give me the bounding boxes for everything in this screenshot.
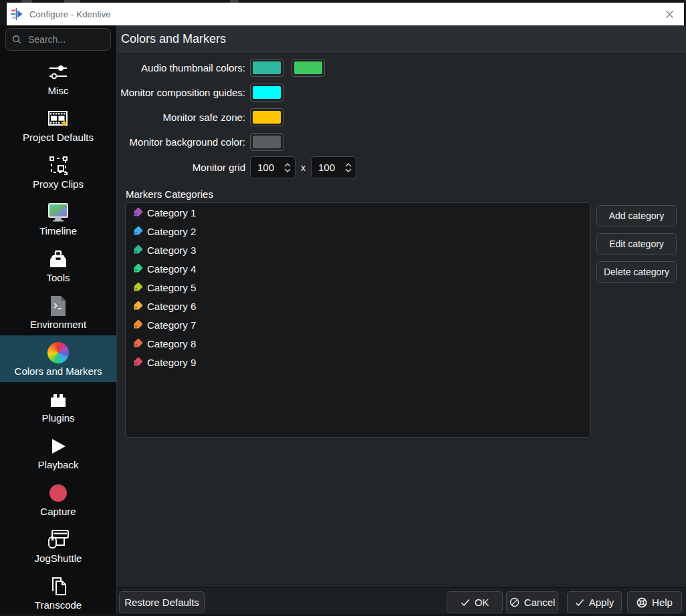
play-icon (48, 434, 68, 458)
grid-width-value[interactable]: 100 (251, 162, 280, 173)
edit-category-button[interactable]: Edit category (596, 233, 677, 255)
monitor-safe-zone-label: Monitor safe zone: (117, 112, 250, 123)
sidebar-item-label: Timeline (39, 225, 77, 237)
background-color-button[interactable] (250, 133, 283, 151)
sidebar-item-label: Tools (46, 272, 70, 283)
color-swatch (253, 61, 281, 74)
check-icon (461, 599, 470, 607)
cancel-button[interactable]: Cancel (506, 591, 558, 613)
sidebar-item-proxy-clips[interactable]: Proxy Clips (0, 148, 116, 195)
grid-height-value[interactable]: 100 (312, 162, 341, 173)
color-swatch (253, 136, 281, 148)
category-label: Category 3 (147, 245, 196, 256)
categories-list[interactable]: Category 1 Category 2 (125, 202, 591, 438)
check-icon (575, 599, 584, 607)
category-label: Category 8 (147, 338, 196, 349)
monitor-safe-zone-row: Monitor safe zone: (117, 108, 585, 126)
monitor-composition-guides-row: Monitor composition guides: (117, 83, 585, 102)
sidebar-item-transcode[interactable]: Transcode (0, 569, 116, 616)
search-input[interactable] (22, 34, 110, 45)
category-list-item[interactable]: Category 6 (126, 297, 590, 315)
markers-categories-label: Markers Categories (126, 188, 213, 200)
plugin-brick-icon (47, 388, 69, 412)
cancel-label: Cancel (524, 597, 556, 608)
sidebar-item-colors-and-markers[interactable]: Colors and Markers (0, 335, 116, 382)
category-label: Category 6 (147, 301, 196, 312)
sidebar-item-label: Misc (48, 85, 69, 96)
sidebar-item-tools[interactable]: Tools (0, 242, 116, 289)
guides-color-button[interactable] (250, 84, 283, 102)
category-list-item[interactable]: Category 4 (126, 259, 590, 278)
jogshuttle-device-icon (46, 528, 70, 552)
spin-down-icon[interactable] (345, 168, 352, 172)
tag-icon (131, 225, 143, 237)
category-list-item[interactable]: Category 1 (126, 203, 590, 222)
sidebar-item-label: Capture (40, 506, 76, 517)
category-label: Category 4 (147, 263, 196, 275)
category-list-item[interactable]: Category 7 (126, 315, 590, 334)
tag-icon (131, 337, 143, 349)
color-swatch (294, 61, 322, 74)
category-list-item[interactable]: Category 9 (126, 353, 590, 371)
grid-width-spinner[interactable]: 100 (250, 156, 296, 178)
category-label: Category 9 (147, 357, 196, 368)
spin-up-icon[interactable] (345, 163, 352, 167)
sidebar-item-timeline[interactable]: Timeline (0, 195, 116, 242)
sidebar-item-label: Playback (38, 459, 79, 470)
apply-button[interactable]: Apply (567, 591, 622, 613)
close-button[interactable] (660, 5, 679, 23)
sidebar-item-label: Proxy Clips (33, 178, 84, 190)
safe-zone-color-button[interactable] (250, 108, 283, 126)
sidebar-item-capture[interactable]: Capture (0, 476, 116, 522)
sidebar-item-project-defaults[interactable]: Project Defaults (0, 102, 116, 148)
spin-up-icon[interactable] (284, 163, 291, 167)
ok-button[interactable]: OK (447, 591, 503, 613)
category-label: Category 2 (147, 226, 196, 237)
audio-color-2-button[interactable] (292, 59, 325, 77)
spinner-arrows (280, 163, 295, 172)
category-list-item[interactable]: Category 3 (126, 241, 590, 259)
audio-thumbnail-colors-row: Audio thumbnail colors: (117, 58, 585, 77)
search-box[interactable] (5, 28, 111, 51)
monitor-grid-row: Monitor grid 100 x 100 (117, 156, 585, 178)
sidebar-item-plugins[interactable]: Plugins (0, 382, 116, 429)
grid-height-spinner[interactable]: 100 (311, 156, 356, 178)
record-circle-icon (48, 481, 68, 505)
background-window-edge (0, 0, 7, 25)
help-button[interactable]: Help (627, 591, 682, 613)
titlebar[interactable]: Configure - Kdenlive (7, 3, 684, 25)
audio-color-1-button[interactable] (250, 59, 283, 77)
delete-category-button[interactable]: Delete category (596, 261, 677, 283)
apply-label: Apply (589, 597, 614, 608)
close-icon (665, 9, 675, 19)
selection-dashed-icon (47, 154, 70, 178)
tag-icon (131, 319, 143, 331)
window-title: Configure - Kdenlive (29, 9, 111, 19)
sidebar-item-label: Colors and Markers (15, 365, 102, 377)
restore-defaults-label: Restore Defaults (124, 597, 199, 608)
sidebar-item-label: Plugins (41, 412, 74, 424)
monitor-grid-label: Monitor grid (117, 162, 250, 173)
add-category-button[interactable]: Add category (596, 205, 677, 226)
category-list-item[interactable]: Category 8 (126, 334, 590, 353)
sidebar-item-label: JogShuttle (35, 553, 82, 564)
help-label: Help (652, 597, 673, 608)
restore-defaults-button[interactable]: Restore Defaults (119, 591, 205, 613)
sidebar-item-jogshuttle[interactable]: JogShuttle (0, 522, 116, 569)
tag-icon (131, 263, 143, 275)
sidebar-item-playback[interactable]: Playback (0, 429, 116, 476)
settings-sidebar: Misc Project Defaults (0, 25, 116, 616)
sidebar-item-misc[interactable]: Misc (0, 55, 116, 102)
category-list-item[interactable]: Category 2 (126, 222, 590, 241)
spin-down-icon[interactable] (284, 168, 291, 172)
filmstrip-star-icon (46, 107, 70, 131)
spinner-arrows (341, 163, 356, 172)
monitor-icon (47, 200, 70, 224)
monitor-background-color-row: Monitor background color: (117, 132, 585, 151)
sidebar-item-environment[interactable]: Environment (0, 289, 116, 335)
toolbox-icon (47, 247, 70, 271)
monitor-composition-guides-label: Monitor composition guides: (117, 87, 250, 98)
tag-icon (131, 281, 143, 293)
sidebar-nav: Misc Project Defaults (0, 55, 116, 616)
category-list-item[interactable]: Category 5 (126, 278, 590, 297)
